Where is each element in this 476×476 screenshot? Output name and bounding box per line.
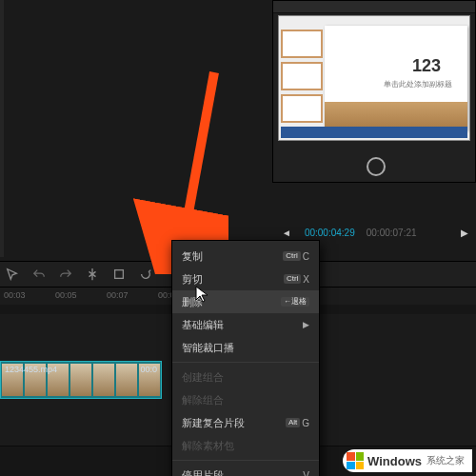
menu-release-material: 解除素材包: [172, 434, 319, 457]
clip-name: 1234455.mp4: [5, 365, 57, 374]
select-tool-icon[interactable]: [6, 268, 19, 281]
slide-thumb: [281, 94, 323, 123]
menu-cut[interactable]: 剪切 CtrlX: [172, 268, 319, 290]
menu-separator: [172, 460, 319, 461]
preview-titlebar: [273, 1, 475, 13]
record-icon[interactable]: [367, 157, 386, 176]
clip[interactable]: 1234455.mp4 00:0: [0, 361, 162, 399]
timecode-total: 00:00:07:21: [367, 228, 417, 238]
watermark-suffix: 系统之家: [426, 454, 465, 467]
app-root: 123 单击此处添加副标题 ◄ 00:00:04:29 00:00:07:21 …: [0, 0, 476, 476]
menu-ungroup: 解除组合: [172, 388, 319, 411]
slide-subtitle: 单击此处添加副标题: [384, 79, 452, 89]
crop-icon[interactable]: [112, 268, 126, 281]
windows-logo-icon: [347, 452, 364, 469]
menu-label: 解除素材包: [182, 439, 234, 453]
slide-thumb: [281, 30, 323, 58]
submenu-arrow-icon: ▶: [303, 320, 309, 329]
menu-label: 新建复合片段: [182, 416, 245, 430]
menu-deactivate[interactable]: 停用片段 V: [172, 464, 319, 476]
left-panel-edge: [0, 0, 4, 257]
slide-title: 123: [412, 56, 441, 76]
rotate-icon[interactable]: [139, 268, 152, 281]
preview-panel: 123 单击此处添加副标题: [272, 0, 476, 183]
menu-separator: [172, 362, 319, 363]
menu-label: 剪切: [182, 272, 203, 287]
menu-label: 基础编辑: [182, 318, 224, 332]
ppt-taskbar: [281, 127, 467, 138]
kbd-ctrl: Ctrl: [283, 251, 300, 261]
ruler-mark: 00:05: [55, 290, 77, 300]
menu-label: 删除: [182, 295, 203, 309]
menu-basic-edit[interactable]: 基础编辑 ▶: [172, 313, 319, 336]
clip-duration: 00:0: [140, 365, 157, 374]
watermark-brand: Windows: [367, 454, 422, 468]
play-button[interactable]: ▶: [461, 228, 468, 238]
menu-label: 停用片段: [182, 468, 224, 477]
kbd-backspace: ←退格: [281, 297, 309, 307]
menu-label: 解除组合: [182, 393, 224, 407]
split-icon[interactable]: [86, 268, 99, 281]
slide-main: 123 单击此处添加副标题: [325, 26, 467, 130]
ruler-mark: 00:03: [4, 290, 26, 300]
watermark: Windows 系统之家: [343, 449, 472, 472]
menu-label: 复制: [182, 249, 203, 264]
kbd-ctrl: Ctrl: [284, 274, 301, 284]
undo-icon[interactable]: [32, 268, 46, 281]
context-menu: 复制 CtrlC 剪切 CtrlX 删除 ←退格 基础编辑 ▶ 智能裁口播 创建…: [171, 240, 320, 476]
kbd-alt: Alt: [286, 418, 300, 427]
svg-rect-0: [115, 270, 124, 279]
menu-delete[interactable]: 删除 ←退格: [172, 290, 319, 313]
menu-copy[interactable]: 复制 CtrlC: [172, 245, 319, 268]
menu-new-compound[interactable]: 新建复合片段 AltG: [172, 411, 319, 434]
menu-label: 创建组合: [182, 370, 224, 385]
slide-thumbnails: [281, 30, 319, 134]
slide-thumb: [281, 62, 323, 90]
menu-smart-cut[interactable]: 智能裁口播: [172, 336, 319, 359]
menu-label: 智能裁口播: [182, 341, 234, 355]
ruler-mark: 00:07: [107, 290, 129, 300]
menu-create-group: 创建组合: [172, 366, 319, 388]
timecode-current: 00:00:04:29: [305, 228, 355, 238]
prev-frame-button[interactable]: ◄: [282, 228, 291, 238]
redo-icon[interactable]: [59, 268, 72, 281]
preview-canvas[interactable]: 123 单击此处添加副标题: [279, 16, 469, 140]
